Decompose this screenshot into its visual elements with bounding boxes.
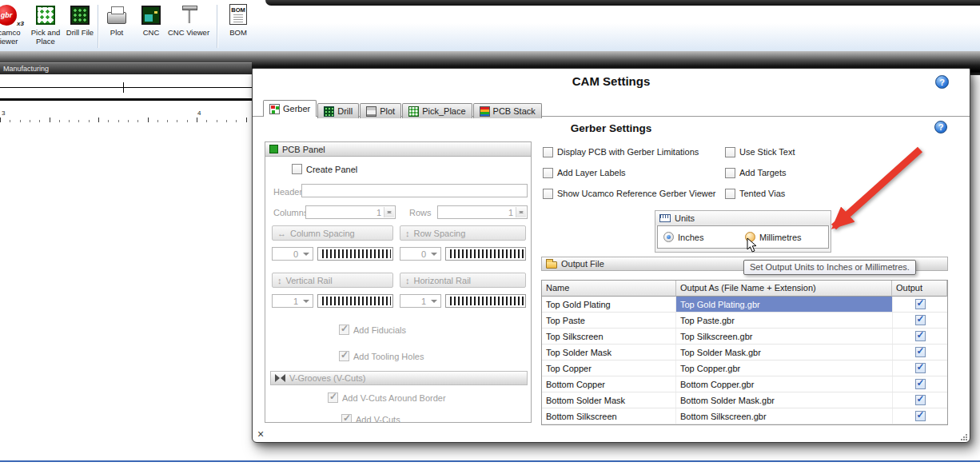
tab-label: Gerber [283,104,310,114]
screen-bottom-line [0,460,980,462]
tab[interactable]: Pick_Place [402,103,472,118]
unit-radio[interactable]: Inches [663,232,745,242]
tab-label: Pick_Place [422,106,465,116]
toolbar-button[interactable]: Plot [101,4,133,38]
output-checkbox[interactable] [915,363,926,373]
table-row[interactable]: Top Copper Top Copper.gbr [542,360,947,376]
column-header[interactable]: Name [542,281,676,297]
toolbar-label: CNC [136,29,166,38]
output-checkbox[interactable] [915,379,926,389]
tab[interactable]: PCB Stack [473,103,542,118]
row-name: Top Paste [542,313,676,328]
checkbox-box [339,351,349,361]
checkbox-box [543,189,553,199]
column-spacing-value-combo: 0 [272,247,313,261]
row-output-cell [892,392,947,408]
checkbox-box [341,414,352,423]
row-output-as: Bottom Solder Mask.gbr [676,392,892,408]
units-group: Units Inches Millimetres [655,210,831,253]
checkbox-box [339,325,349,335]
add-tooling-holes-checkbox: Add Tooling Holes [339,351,424,361]
column-header[interactable]: Output As (File Name + Extension) [676,281,892,297]
row-output-cell [892,408,947,424]
create-panel-label: Create Panel [306,165,357,174]
toolbar-button[interactable]: CNC Viewer [165,4,213,38]
header-label: Header [273,187,302,197]
folder-icon [546,261,557,269]
table-row[interactable]: Bottom Solder Mask Bottom Solder Mask.gb… [542,392,947,408]
toolbar-button[interactable]: BOM [221,4,256,38]
tab[interactable]: Plot [360,103,401,118]
add-fiducials-checkbox: Add Fiducials [339,325,406,335]
table-header: NameOutput As (File Name + Extension)Out… [542,281,947,297]
unit-radio[interactable]: Millimetres [745,232,802,242]
output-checkbox[interactable] [915,299,926,309]
table-row[interactable]: Top Solder Mask Top Solder Mask.gbr [542,345,947,360]
row-output-cell [892,360,947,376]
row-name: Bottom Copper [542,376,676,392]
toolbar-button[interactable]: Drill File [64,4,96,38]
board-tick-mark [123,82,124,93]
output-checkbox[interactable] [915,315,926,325]
settings-tabs: Gerber Drill Plot Pick_Place PCB Stack [263,100,543,117]
table-row[interactable]: Top Gold Plating Top Gold Plating.gbr [542,297,947,313]
option-label: Show Ucamco Reference Gerber Viewer [557,189,716,198]
row-output-as: Bottom Copper.gbr [676,376,892,392]
output-checkbox[interactable] [915,331,926,341]
manufacturing-window-title: Manufacturing [3,65,49,73]
row-spacing-icon: ↕ [405,229,410,238]
toolbar-button[interactable]: Pick and Place [27,4,64,46]
tab[interactable]: Gerber [263,100,317,117]
gerber-help-button[interactable]: ? [934,121,947,133]
output-checkbox[interactable] [915,347,926,357]
tab[interactable]: Drill [317,103,359,118]
table-row[interactable]: Top Silkscreen Top Silkscreen.gbr [542,329,947,345]
add-vcuts-border-label: Add V-Cuts Around Border [342,393,446,403]
toolbar-label: Drill File [64,29,96,38]
option-checkbox[interactable]: Use Stick Text [725,145,946,158]
help-button[interactable]: ? [935,75,949,89]
row-output-as: Top Paste.gbr [676,313,892,328]
row-output-as: Top Silkscreen.gbr [676,329,892,344]
design-canvas: 34 [0,74,252,124]
column-spacing-label: Column Spacing [290,229,355,238]
checkbox-box [292,164,302,174]
option-checkbox[interactable]: Add Layer Labels [543,166,725,179]
pcb-panel-title: PCB Panel [282,145,325,154]
dialog-title: CAM Settings [253,74,970,88]
option-checkbox[interactable]: Tented Vias [725,187,946,200]
row-output-as: Top Solder Mask.gbr [676,345,892,360]
toolbar-items: Ucamco Viewer Pick and Place Drill File … [0,0,980,51]
board-outline-line [0,87,252,88]
toolbar-icon [34,4,57,26]
ruler-number: 4 [197,110,201,117]
output-file-title: Output File [561,259,604,269]
resize-grip[interactable] [961,434,962,436]
units-tooltip: Set Output Units to Inches or Millimetre… [743,260,916,275]
table-row[interactable]: Bottom Silkscreen Bottom Silkscreen.gbr [542,408,947,424]
output-checkbox[interactable] [915,411,926,421]
toolbar-icon [140,4,162,26]
option-checkbox[interactable]: Add Targets [725,166,946,179]
column-header[interactable]: Output [892,281,947,297]
option-label: Tented Vias [739,189,785,198]
row-output-cell [892,376,947,392]
option-checkbox[interactable]: Display PCB with Gerber Limitations [543,145,725,158]
option-checkbox[interactable]: Show Ucamco Reference Gerber Viewer [543,187,725,200]
vertical-rail-value-combo: 1 [272,294,313,308]
columns-value: 1 [376,208,381,217]
output-checkbox[interactable] [915,395,926,405]
horizontal-rail-value-combo: 1 [400,294,441,308]
checkbox-box [725,189,735,199]
create-panel-checkbox[interactable]: Create Panel [292,164,357,174]
toolbar-label: Pick and Place [27,29,64,46]
table-row[interactable]: Top Paste Top Paste.gbr [542,313,947,329]
pcb-panel-icon [269,145,278,153]
checkbox-box [543,147,553,157]
toolbar-label: BOM [221,29,256,38]
toolbar-button[interactable]: CNC [136,4,166,38]
toolbar-button[interactable]: Ucamco Viewer [0,4,24,46]
table-row[interactable]: Bottom Copper Bottom Copper.gbr [542,376,947,392]
table-body: Top Gold Plating Top Gold Plating.gbr To… [542,297,947,424]
dialog-close-button[interactable]: × [257,428,264,440]
